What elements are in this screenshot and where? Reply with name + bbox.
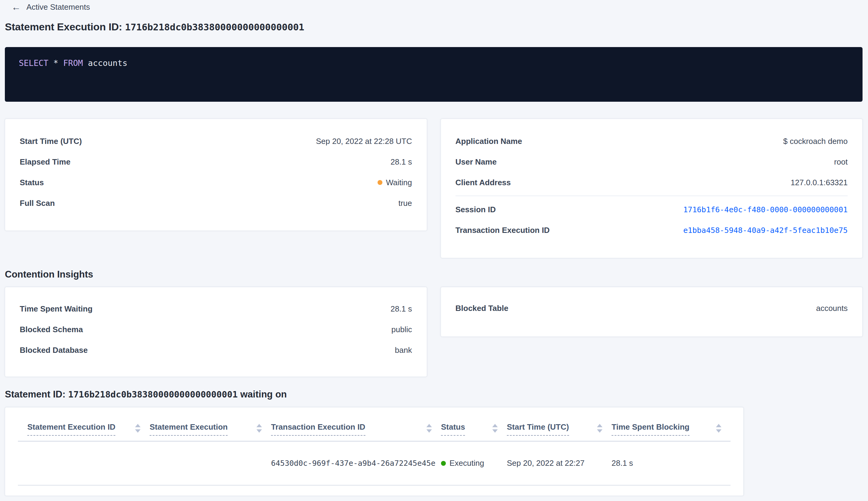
sort-icon <box>426 424 432 433</box>
kv-value: $ cockroach demo <box>783 137 848 146</box>
kv-row-elapsed-time: Elapsed Time 28.1 s <box>20 151 412 172</box>
status-value: Executing <box>449 458 484 468</box>
back-link[interactable]: ← Active Statements <box>12 2 90 12</box>
back-link-label: Active Statements <box>26 2 90 12</box>
contention-cards-row: Time Spent Waiting 28.1 s Blocked Schema… <box>5 287 862 377</box>
kv-row-blocked-table: Blocked Table accounts <box>456 298 848 319</box>
column-header-label: Statement Execution ID <box>27 422 115 436</box>
status-badge: Waiting <box>378 178 412 187</box>
kv-value: 28.1 s <box>391 304 412 314</box>
contention-insights-heading: Contention Insights <box>5 269 868 280</box>
kv-value: 127.0.0.1:63321 <box>791 178 848 187</box>
kv-value: root <box>834 157 848 167</box>
waiting-on-heading: Statement ID: 1716b218dc0b38380000000000… <box>5 389 868 400</box>
page-title-prefix: Statement Execution ID: <box>5 21 125 32</box>
sql-statement-box: SELECT * FROM accounts <box>5 47 862 102</box>
kv-label: Blocked Schema <box>20 325 83 334</box>
cell-start-time: Sep 20, 2022 at 22:27 <box>507 458 611 468</box>
card-divider <box>456 195 848 196</box>
transaction-execution-id-link[interactable]: e1bba458-5948-40a9-a42f-5feac1b10e75 <box>683 226 848 235</box>
status-waiting-dot-icon <box>378 180 382 185</box>
kv-row-blocked-database: Blocked Database bank <box>20 340 412 360</box>
kv-value: 28.1 s <box>391 157 412 167</box>
column-header-label: Status <box>441 422 465 436</box>
sql-keyword-select: SELECT <box>19 58 48 68</box>
sql-star: * <box>53 58 58 68</box>
kv-row-time-spent-waiting: Time Spent Waiting 28.1 s <box>20 298 412 319</box>
sort-icon <box>257 424 262 433</box>
page-title: Statement Execution ID: 1716b218dc0b3838… <box>5 21 862 33</box>
status-badge: Executing <box>441 458 507 468</box>
kv-label: Transaction Execution ID <box>456 226 550 235</box>
column-header-label: Start Time (UTC) <box>507 422 569 436</box>
overview-card-right: Application Name $ cockroach demo User N… <box>441 119 863 258</box>
contention-card-left: Time Spent Waiting 28.1 s Blocked Schema… <box>5 287 427 377</box>
kv-row-user-name: User Name root <box>456 151 848 172</box>
kv-label: Start Time (UTC) <box>20 137 82 146</box>
kv-label: Application Name <box>456 137 522 146</box>
waiting-on-table: Statement Execution ID Statement Executi… <box>5 407 744 496</box>
kv-value: Sep 20, 2022 at 22:28 UTC <box>316 137 412 146</box>
kv-label: Session ID <box>456 205 496 214</box>
sort-icon <box>135 424 141 433</box>
column-header-time-spent-blocking[interactable]: Time Spent Blocking <box>611 422 730 436</box>
kv-row-blocked-schema: Blocked Schema public <box>20 319 412 340</box>
kv-label: Elapsed Time <box>20 157 70 167</box>
overview-cards-row: Start Time (UTC) Sep 20, 2022 at 22:28 U… <box>5 119 862 258</box>
kv-label: Status <box>20 178 44 187</box>
overview-card-left: Start Time (UTC) Sep 20, 2022 at 22:28 U… <box>5 119 427 231</box>
kv-row-client-address: Client Address 127.0.0.1:63321 <box>456 172 848 193</box>
kv-value: accounts <box>816 303 848 313</box>
kv-value: true <box>399 199 412 208</box>
kv-row-start-time: Start Time (UTC) Sep 20, 2022 at 22:28 U… <box>20 131 412 151</box>
waiting-on-heading-suffix: waiting on <box>238 389 287 399</box>
kv-row-transaction-execution-id: Transaction Execution ID e1bba458-5948-4… <box>456 220 848 241</box>
column-header-start-time[interactable]: Start Time (UTC) <box>507 422 611 436</box>
kv-row-application-name: Application Name $ cockroach demo <box>456 131 848 151</box>
kv-label: User Name <box>456 157 497 167</box>
back-arrow-icon: ← <box>12 2 21 12</box>
table-row: 64530d0c-969f-437e-a9b4-26a72245e45e Exe… <box>18 441 730 486</box>
contention-card-right: Blocked Table accounts <box>441 287 863 337</box>
kv-label: Blocked Database <box>20 345 88 355</box>
cell-transaction-execution-id: 64530d0c-969f-437e-a9b4-26a72245e45e <box>271 458 441 468</box>
column-header-statement-execution[interactable]: Statement Execution <box>150 422 271 436</box>
kv-row-full-scan: Full Scan true <box>20 193 412 213</box>
kv-label: Blocked Table <box>456 303 508 313</box>
column-header-status[interactable]: Status <box>441 422 507 436</box>
status-value: Waiting <box>386 178 412 187</box>
waiting-on-statement-id: 1716b218dc0b38380000000000000001 <box>68 389 238 399</box>
kv-value: bank <box>395 345 412 355</box>
kv-row-session-id: Session ID 1716b1f6-4e0c-f480-0000-00000… <box>456 199 848 220</box>
sort-icon <box>597 424 603 433</box>
kv-label: Client Address <box>456 178 511 187</box>
status-executing-dot-icon <box>441 461 446 466</box>
sort-icon <box>492 424 498 433</box>
column-header-label: Time Spent Blocking <box>611 422 690 436</box>
statement-execution-id: 1716b218dc0b38380000000000000001 <box>125 22 304 32</box>
column-header-transaction-execution-id[interactable]: Transaction Execution ID <box>271 422 441 436</box>
sql-keyword-from: FROM <box>63 58 83 68</box>
column-header-label: Transaction Execution ID <box>271 422 366 436</box>
column-header-label: Statement Execution <box>150 422 228 436</box>
kv-label: Full Scan <box>20 199 55 208</box>
kv-label: Time Spent Waiting <box>20 304 93 314</box>
kv-value: public <box>391 325 412 334</box>
sql-table-name: accounts <box>88 58 128 68</box>
waiting-on-table-header: Statement Execution ID Statement Executi… <box>18 420 730 436</box>
cell-time-spent-blocking: 28.1 s <box>611 458 730 468</box>
page: ← Active Statements Statement Execution … <box>0 2 868 496</box>
sort-icon <box>716 424 721 433</box>
waiting-on-heading-prefix: Statement ID: <box>5 389 68 399</box>
column-header-statement-execution-id[interactable]: Statement Execution ID <box>18 422 150 436</box>
kv-row-status: Status Waiting <box>20 172 412 193</box>
session-id-link[interactable]: 1716b1f6-4e0c-f480-0000-000000000001 <box>683 205 848 214</box>
transaction-execution-id-value: 64530d0c-969f-437e-a9b4-26a72245e45e <box>271 459 435 468</box>
cell-status: Executing <box>441 458 507 468</box>
